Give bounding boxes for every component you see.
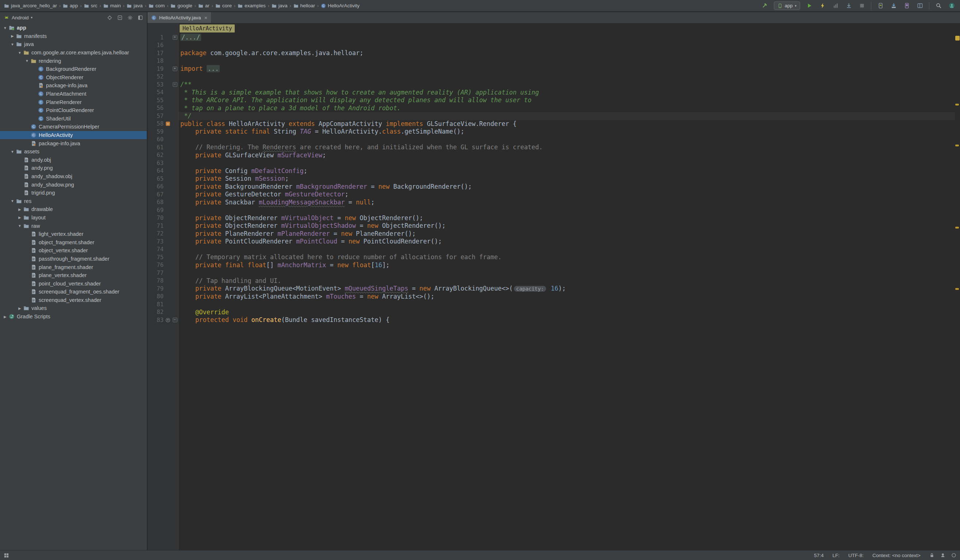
gutter-cell[interactable]: 17 — [147, 49, 179, 57]
gutter-cell[interactable]: 56 — [147, 104, 179, 112]
tree-expand-arrow[interactable]: ▼ — [10, 199, 15, 203]
background-tasks-icon[interactable] — [951, 553, 956, 558]
gutter-cell[interactable]: 19+ — [147, 65, 179, 73]
code-line-56[interactable]: 56 * tap on a plane to place a 3d model … — [147, 104, 955, 112]
tree-item-helloaractivity[interactable]: CHelloArActivity — [0, 131, 147, 139]
gutter-cell[interactable]: 62 — [147, 152, 179, 160]
gutter-cell[interactable]: 52 — [147, 73, 179, 81]
code-text[interactable]: // Tap handling and UI. — [179, 277, 955, 285]
build-project-button[interactable] — [761, 2, 769, 10]
tree-expand-arrow[interactable]: ▼ — [24, 59, 30, 63]
tree-expand-arrow[interactable]: ▶ — [17, 215, 22, 219]
hide-panel-button[interactable] — [138, 15, 143, 21]
code-line-17[interactable]: 17package com.google.ar.core.examples.ja… — [147, 49, 955, 57]
gutter-cell[interactable]: 75 — [147, 253, 179, 261]
code-line-55[interactable]: 55 * the ARCore API. The application wil… — [147, 96, 955, 104]
breadcrumb-item[interactable]: app — [62, 3, 79, 8]
gutter-cell[interactable]: 83− — [147, 316, 179, 324]
gutter-cell[interactable]: 60 — [147, 136, 179, 144]
breadcrumb-item[interactable]: google — [170, 3, 194, 8]
code-text[interactable]: protected void onCreate(Bundle savedInst… — [179, 316, 955, 324]
gutter-cell[interactable]: 55 — [147, 96, 179, 104]
tree-item-point-cloud-vertex-shader[interactable]: point_cloud_vertex.shader — [0, 279, 147, 288]
code-text[interactable]: private final float[] mAnchorMatrix = ne… — [179, 261, 955, 269]
gutter-cell[interactable]: 73 — [147, 238, 179, 246]
gutter-cell[interactable]: 76 — [147, 261, 179, 269]
line-separator-widget[interactable]: LF: — [832, 553, 840, 558]
gutter-cell[interactable]: 81 — [147, 301, 179, 309]
tree-item-drawable[interactable]: ▶drawable — [0, 205, 147, 214]
code-line-75[interactable]: 75 // Temporary matrix allocated here to… — [147, 253, 955, 261]
code-text[interactable]: // Temporary matrix allocated here to re… — [179, 253, 955, 261]
gutter-cell[interactable]: 66 — [147, 183, 179, 191]
related-gutter-icon[interactable]: ‹› — [163, 121, 172, 126]
code-line-81[interactable]: 81 — [147, 301, 955, 309]
code-line-63[interactable]: 63 — [147, 159, 955, 167]
code-text[interactable]: private ArrayList<PlaneAttachment> mTouc… — [179, 293, 955, 301]
breadcrumb-item[interactable]: examples — [237, 3, 267, 8]
tree-item-screenquad-fragment-oes-shader[interactable]: screenquad_fragment_oes.shader — [0, 288, 147, 296]
code-text[interactable]: private ObjectRenderer mVirtualObject = … — [179, 214, 955, 222]
tree-item-java[interactable]: ▼java — [0, 40, 147, 48]
tree-expand-arrow[interactable]: ▼ — [2, 26, 8, 30]
caret-position-widget[interactable]: 57:4 — [814, 553, 824, 558]
locate-file-button[interactable] — [107, 15, 112, 21]
tree-item-plane-fragment-shader[interactable]: plane_fragment.shader — [0, 263, 147, 271]
tree-item-assets[interactable]: ▼assets — [0, 147, 147, 156]
tree-item-rendering[interactable]: ▼rendering — [0, 57, 147, 65]
code-text[interactable]: * tap on a plane to place a 3d model of … — [179, 104, 955, 112]
code-text[interactable]: private PointCloudRenderer mPointCloud =… — [179, 238, 955, 246]
gutter-cell[interactable]: 53− — [147, 81, 179, 89]
attach-debugger-button[interactable] — [845, 2, 853, 10]
code-line-68[interactable]: 68 private Snackbar mLoadingMessageSnack… — [147, 198, 955, 206]
collapse-all-button[interactable] — [117, 15, 123, 21]
code-line-78[interactable]: 78 // Tap handling and UI. — [147, 277, 955, 285]
code-text[interactable] — [179, 159, 955, 167]
tool-window-switcher-icon[interactable] — [4, 553, 9, 558]
tree-expand-arrow[interactable]: ▶ — [10, 34, 15, 38]
gutter-cell[interactable]: 58‹› — [147, 120, 179, 128]
code-text[interactable]: private PlaneRenderer mPlaneRenderer = n… — [179, 230, 955, 238]
stop-button[interactable] — [858, 2, 866, 10]
stripe-mark[interactable] — [955, 144, 959, 146]
context-widget[interactable]: Context: <no context> — [872, 553, 921, 558]
tree-item-light-vertex-shader[interactable]: light_vertex.shader — [0, 230, 147, 238]
fold-toggle-icon[interactable]: + — [173, 35, 178, 40]
code-line-52[interactable]: 52 — [147, 73, 955, 81]
tree-expand-arrow[interactable]: ▶ — [17, 306, 22, 310]
breadcrumb-item[interactable]: CHelloArActivity — [320, 3, 361, 8]
breadcrumb-item[interactable]: ar — [197, 3, 211, 8]
gutter-cell[interactable]: 59 — [147, 128, 179, 136]
code-text[interactable] — [179, 206, 955, 214]
code-line-66[interactable]: 66 private BackgroundRenderer mBackgroun… — [147, 183, 955, 191]
gutter-cell[interactable]: 18 — [147, 57, 179, 66]
breadcrumb-item[interactable]: src — [83, 3, 99, 8]
tree-item-layout[interactable]: ▶layout — [0, 214, 147, 222]
tree-item-app[interactable]: ▼app — [0, 24, 147, 32]
gutter-cell[interactable]: 16 — [147, 42, 179, 50]
code-line-16[interactable]: 16 — [147, 42, 955, 50]
tree-item-com-google-ar-core-examples-java-helloar[interactable]: ▼com.google.ar.core.examples.java.helloa… — [0, 48, 147, 57]
gutter-cell[interactable]: 69 — [147, 206, 179, 214]
gutter-cell[interactable]: 1+ — [147, 34, 179, 42]
code-line-77[interactable]: 77 — [147, 269, 955, 277]
gutter-cell[interactable]: 61 — [147, 144, 179, 152]
code-line-65[interactable]: 65 private Session mSession; — [147, 175, 955, 183]
tree-expand-arrow[interactable]: ▼ — [10, 150, 15, 154]
code-text[interactable]: import ... — [179, 65, 955, 73]
code-line-76[interactable]: 76 private final float[] mAnchorMatrix =… — [147, 261, 955, 269]
tree-item-screenquad-vertex-shader[interactable]: screenquad_vertex.shader — [0, 296, 147, 304]
gutter-cell[interactable]: 70 — [147, 214, 179, 222]
override-gutter-icon[interactable] — [163, 318, 172, 323]
code-text[interactable]: */ — [179, 112, 955, 120]
code-line-19[interactable]: 19+import ... — [147, 65, 955, 73]
gutter-cell[interactable]: 80 — [147, 293, 179, 301]
stripe-mark[interactable] — [955, 36, 960, 40]
code-line-18[interactable]: 18 — [147, 57, 955, 66]
code-text[interactable]: private Session mSession; — [179, 175, 955, 183]
code-line-64[interactable]: 64 private Config mDefaultConfig; — [147, 167, 955, 175]
editor-breadcrumb-class[interactable]: HelloArActivity — [179, 24, 235, 32]
gutter-cell[interactable]: 74 — [147, 246, 179, 254]
code-text[interactable]: // Rendering. The Renderers are created … — [179, 144, 955, 152]
gutter-cell[interactable]: 79 — [147, 285, 179, 293]
